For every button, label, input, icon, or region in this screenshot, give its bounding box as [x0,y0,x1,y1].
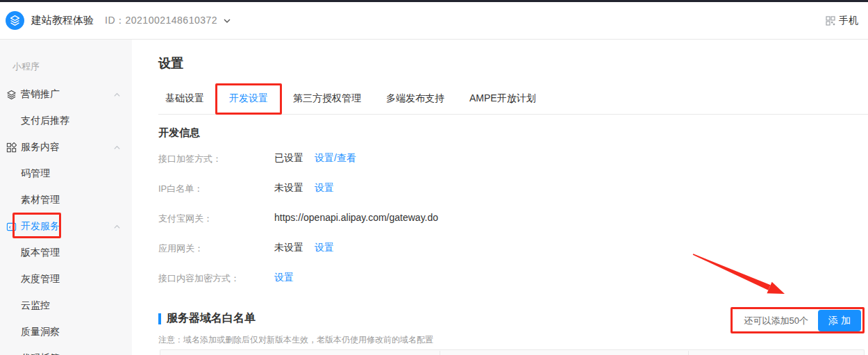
chevron-down-icon[interactable] [223,17,231,25]
tab-ampe-plan[interactable]: AMPE开放计划 [462,87,543,114]
sidebar-item-label: 代码托管 [21,352,60,355]
table-column-divider [688,351,689,355]
row-value: https://openapi.alipay.com/gateway.do [274,212,438,223]
row-link[interactable]: 设置 [274,272,294,284]
sidebar-item-label: 云监控 [21,299,50,312]
sidebar-item-gray-manage[interactable]: 灰度管理 [0,266,132,292]
row-label: 接口加签方式： [158,152,274,165]
page-title: 设置 [158,55,868,72]
row-link[interactable]: 设置/查看 [315,152,356,165]
layers-icon [6,89,17,100]
sidebar-item-label: 服务内容 [21,141,60,154]
app-name: 建站教程体验 [31,14,94,27]
domain-whitelist-note: 注意：域名添加或删除后仅对新版本生效，老版本仍使用修改前的域名配置 [158,334,868,346]
dev-info-title: 开发信息 [158,126,868,140]
grid-icon [6,142,17,153]
row-ip-whitelist: IP白名单： 未设置 设置 [158,182,868,212]
tab-dev-settings[interactable]: 开发设置 [222,87,275,114]
row-value: 已设置 [274,152,303,165]
sidebar-item-quality-insight[interactable]: 质量洞察 [0,319,132,345]
sidebar-item-code-manage[interactable]: 码管理 [0,160,132,187]
qr-code-icon [826,16,835,26]
chevron-up-icon[interactable] [113,223,121,231]
sidebar-item-label: 开发服务 [21,220,60,233]
row-api-sign: 接口加签方式： 已设置 设置/查看 [158,152,868,182]
app-logo-icon [6,11,24,30]
tab-multi-publish[interactable]: 多端发布支持 [379,87,451,114]
row-label: 应用网关： [158,242,274,255]
sidebar-item-pay-recommend[interactable]: 支付后推荐 [0,108,132,134]
row-content-encrypt: 接口内容加密方式： 设置 [158,272,868,302]
phone-label: 手机 [839,15,858,27]
sidebar-item-material-manage[interactable]: 素材管理 [0,187,132,213]
section-accent-bar [158,313,161,324]
domain-table-header [160,349,865,355]
row-label: 接口内容加密方式： [158,272,274,285]
row-value: 未设置 [274,242,303,254]
app-header: 建站教程体验 ID：2021002148610372 手机 [0,2,868,40]
sidebar-item-service-content[interactable]: 服务内容 [0,134,132,160]
row-value: 未设置 [274,182,303,195]
app-id: ID：2021002148610372 [105,15,217,27]
row-label: IP白名单： [158,182,274,195]
dev-window-icon [6,221,17,232]
dev-info-rows: 接口加签方式： 已设置 设置/查看 IP白名单： 未设置 设置 支付宝网关： h… [158,149,868,302]
sidebar-item-label: 码管理 [21,167,50,180]
phone-preview-button[interactable]: 手机 [826,15,858,27]
sidebar-item-cloud-monitor[interactable]: 云监控 [0,292,132,319]
row-label: 支付宝网关： [158,212,274,225]
add-domain-area: 还可以添加50个 添 加 [733,310,861,331]
row-link[interactable]: 设置 [315,242,334,254]
row-app-gateway: 应用网关： 未设置 设置 [158,242,868,272]
sidebar-item-label: 素材管理 [21,194,60,206]
sidebar-item-version-manage[interactable]: 版本管理 [0,240,132,266]
main-content: 设置 基础设置 开发设置 第三方授权管理 多端发布支持 AMPE开放计划 开发信… [132,40,868,355]
sidebar-item-label: 版本管理 [21,247,60,259]
sidebar-item-label: 营销推广 [21,88,60,101]
tab-third-party-auth[interactable]: 第三方授权管理 [286,87,368,114]
sidebar-item-label: 质量洞察 [21,326,60,338]
row-alipay-gateway: 支付宝网关： https://openapi.alipay.com/gatewa… [158,212,868,242]
sidebar: 小程序 营销推广 支付后推荐 服务内容 码管理 素材管理 [0,40,132,355]
add-button[interactable]: 添 加 [818,310,861,331]
sidebar-section-miniprogram: 小程序 [12,60,132,73]
table-column-divider [440,351,440,355]
tab-basic-settings[interactable]: 基础设置 [158,87,211,114]
chevron-up-icon[interactable] [113,91,121,99]
sidebar-item-code-hosting[interactable]: 代码托管 [0,345,132,355]
sidebar-item-label: 灰度管理 [21,273,60,286]
logo-glyph-icon [9,15,21,26]
sidebar-item-marketing[interactable]: 营销推广 [0,81,132,108]
row-link[interactable]: 设置 [315,182,334,195]
domain-whitelist-title: 服务器域名白名单 [167,311,256,326]
remaining-count-text: 还可以添加50个 [744,315,808,327]
settings-tabs: 基础设置 开发设置 第三方授权管理 多端发布支持 AMPE开放计划 [158,87,868,115]
chevron-up-icon[interactable] [113,144,121,151]
sidebar-item-dev-service[interactable]: 开发服务 [0,213,132,240]
sidebar-item-label: 支付后推荐 [21,115,69,127]
